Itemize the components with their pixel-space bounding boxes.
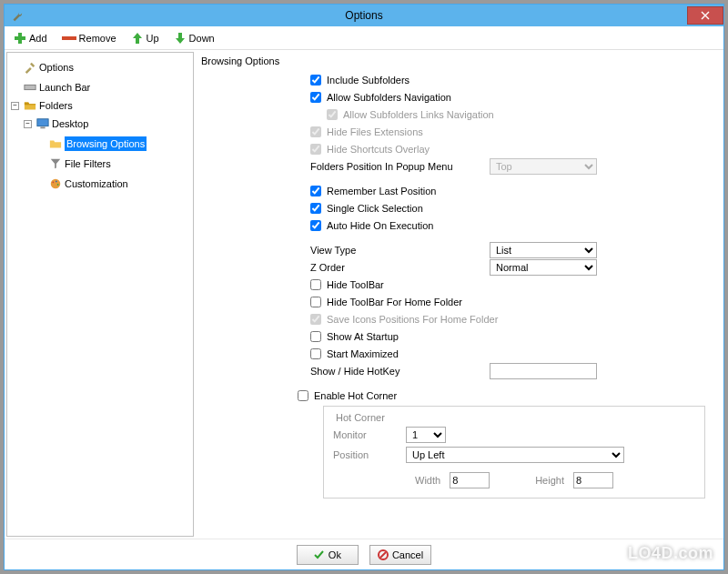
add-button[interactable]: Add — [10, 30, 51, 46]
allow-subfolders-nav-checkbox[interactable]: Allow Subfolders Navigation — [310, 92, 451, 103]
svg-rect-3 — [40, 127, 45, 129]
cancel-label: Cancel — [392, 549, 423, 560]
tree-label: Launch Bar — [39, 80, 90, 95]
tree-label: Desktop — [52, 116, 88, 131]
hide-toolbar-home-checkbox[interactable]: Hide ToolBar For Home Folder — [310, 297, 462, 307]
tree-label: File Filters — [65, 156, 111, 171]
minus-icon — [62, 34, 76, 43]
svg-point-4 — [51, 179, 61, 189]
svg-rect-0 — [62, 36, 76, 40]
checkbox-label: Single Click Selection — [327, 203, 423, 214]
auto-hide-checkbox[interactable]: Auto Hide On Execution — [310, 220, 433, 231]
tree-label: Folders — [39, 98, 73, 113]
desktop-icon — [36, 117, 49, 130]
section-title: Browsing Options — [201, 55, 714, 66]
tree-item-file-filters[interactable]: File Filters — [36, 156, 111, 172]
checkbox-label: Allow Subfolders Navigation — [327, 92, 451, 103]
up-button[interactable]: Up — [127, 30, 163, 46]
show-hide-hotkey-input[interactable] — [490, 363, 597, 379]
svg-line-9 — [380, 552, 386, 558]
width-input[interactable] — [450, 472, 490, 488]
tree-label: Browsing Options — [65, 136, 147, 151]
collapse-icon[interactable]: − — [11, 102, 19, 110]
checkbox-label: Auto Hide On Execution — [327, 220, 433, 231]
checkbox-label: Save Icons Positions For Home Folder — [327, 314, 498, 325]
hide-shortcuts-overlay-checkbox: Hide Shortcuts Overlay — [310, 144, 430, 155]
start-maximized-checkbox[interactable]: Start Maximized — [310, 348, 399, 359]
include-subfolders-checkbox[interactable]: Include Subfolders — [310, 75, 410, 86]
ok-button[interactable]: Ok — [297, 545, 359, 565]
checkbox-label: Hide ToolBar For Home Folder — [327, 297, 462, 307]
z-order-label: Z Order — [310, 262, 490, 273]
tree-item-browsing-options[interactable]: Browsing Options — [36, 136, 147, 152]
hide-toolbar-checkbox[interactable]: Hide ToolBar — [310, 279, 384, 290]
show-hide-hotkey-label: Show / Hide HotKey — [310, 366, 490, 377]
checkbox-label: Hide ToolBar — [327, 279, 384, 290]
single-click-checkbox[interactable]: Single Click Selection — [310, 203, 423, 214]
view-type-label: View Type — [310, 245, 490, 256]
folders-pos-select: Top — [490, 158, 597, 175]
allow-subfolders-links-nav-checkbox: Allow Subfolders Links Navigation — [327, 109, 494, 120]
up-label: Up — [147, 33, 159, 44]
tree-item-launch-bar[interactable]: Launch Bar — [11, 79, 90, 96]
close-button[interactable] — [687, 6, 723, 25]
height-label: Height — [535, 475, 564, 486]
arrow-up-icon — [131, 32, 144, 45]
width-label: Width — [415, 475, 440, 486]
titlebar: Options — [5, 5, 723, 26]
svg-rect-1 — [25, 85, 35, 89]
position-label: Position — [333, 449, 406, 460]
filter-icon — [49, 157, 62, 170]
ok-label: Ok — [329, 549, 341, 560]
tree-item-customization[interactable]: Customization — [36, 176, 128, 192]
z-order-select[interactable]: Normal — [490, 259, 597, 276]
tree-item-desktop[interactable]: −Desktop — [24, 116, 88, 132]
checkbox-label: Allow Subfolders Links Navigation — [343, 109, 494, 120]
window-title: Options — [345, 9, 382, 22]
monitor-select[interactable]: 1 — [406, 427, 446, 443]
remove-label: Remove — [79, 33, 116, 44]
checkbox-label: Remember Last Position — [327, 186, 436, 196]
add-label: Add — [29, 33, 47, 44]
hide-files-ext-checkbox: Hide Files Extensions — [310, 126, 423, 137]
collapse-icon[interactable]: − — [24, 120, 32, 128]
view-type-select[interactable]: List — [490, 242, 597, 258]
checkbox-label: Hide Files Extensions — [327, 126, 423, 137]
checkbox-label: Enable Hot Corner — [314, 390, 397, 401]
svg-rect-2 — [37, 119, 48, 126]
remove-button[interactable]: Remove — [58, 31, 120, 45]
tree-item-folders[interactable]: −Folders — [11, 97, 73, 114]
svg-point-5 — [53, 181, 55, 183]
position-select[interactable]: Up Left — [406, 447, 624, 463]
folder-open-icon — [49, 137, 62, 150]
wrench-icon — [10, 9, 23, 22]
remember-last-pos-checkbox[interactable]: Remember Last Position — [310, 186, 436, 196]
checkbox-label: Start Maximized — [327, 348, 399, 359]
svg-point-7 — [57, 184, 59, 186]
nav-tree[interactable]: Options Launch Bar −Folders −Desktop Bro… — [6, 52, 194, 537]
height-input[interactable] — [573, 472, 613, 488]
show-at-startup-checkbox[interactable]: Show At Startup — [310, 331, 399, 342]
checkbox-label: Include Subfolders — [327, 75, 410, 86]
folders-icon — [24, 99, 36, 112]
checkbox-label: Hide Shortcuts Overlay — [327, 144, 430, 155]
hot-corner-fieldset: Hot Corner Monitor 1 Position Up Left Wi… — [323, 406, 705, 498]
down-button[interactable]: Down — [170, 30, 218, 46]
checkbox-label: Show At Startup — [327, 331, 399, 342]
dialog-footer: Ok Cancel — [5, 539, 723, 569]
tools-icon — [24, 61, 36, 74]
bar-icon — [24, 81, 36, 94]
toolbar: Add Remove Up Down — [5, 26, 723, 50]
main-panel: Browsing Options Include Subfolders Allo… — [194, 50, 723, 539]
tree-item-options[interactable]: Options — [11, 59, 74, 76]
down-label: Down — [189, 33, 215, 44]
enable-hot-corner-checkbox[interactable]: Enable Hot Corner — [298, 390, 397, 401]
cancel-button[interactable]: Cancel — [369, 545, 431, 565]
close-icon — [701, 11, 710, 20]
tree-label: Customization — [65, 176, 128, 191]
hot-corner-legend: Hot Corner — [333, 412, 388, 423]
svg-point-6 — [56, 181, 57, 183]
save-icons-pos-checkbox: Save Icons Positions For Home Folder — [310, 314, 498, 325]
tree-label: Options — [39, 60, 74, 75]
folders-pos-label: Folders Position In Popup Menu — [310, 161, 490, 172]
